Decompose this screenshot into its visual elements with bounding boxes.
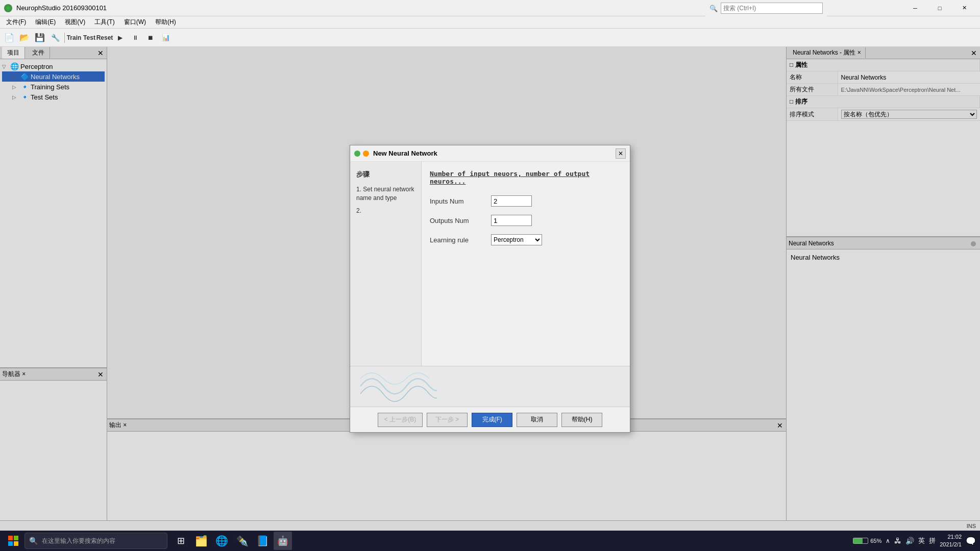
app3-icon: ✒️ xyxy=(236,535,249,547)
help-button[interactable]: 帮助(H) xyxy=(561,413,602,427)
multitask-icon: ⊞ xyxy=(177,535,185,546)
tray-network: 🖧 xyxy=(894,537,901,545)
app-icon xyxy=(4,4,12,12)
title-bar-left: NeurophStudio 201609300101 xyxy=(4,4,107,12)
battery-fill xyxy=(853,538,863,543)
battery-bar xyxy=(853,538,868,544)
steps-title: 步骤 xyxy=(356,170,415,179)
taskbar-clock[interactable]: 21:02 2021/2/1 xyxy=(940,533,962,549)
maximize-button[interactable]: □ xyxy=(928,0,951,16)
new-neural-network-dialog: New Neural Network ✕ 步骤 1. Set neural ne… xyxy=(350,145,630,433)
inputs-num-input[interactable] xyxy=(491,195,532,207)
dialog-steps-panel: 步骤 1. Set neural network name and type 2… xyxy=(350,162,422,366)
battery-pct: 65% xyxy=(870,538,881,544)
toolbar-new[interactable]: 📄 xyxy=(2,31,16,45)
menu-tools[interactable]: 工具(T) xyxy=(90,17,118,28)
toolbar-save[interactable]: 💾 xyxy=(33,31,47,45)
taskbar: 🔍 在这里输入你要搜索的内容 ⊞ 🗂️ 🌐 ✒️ 📘 🤖 65% xyxy=(0,531,980,551)
menu-file[interactable]: 文件(F) xyxy=(2,17,30,28)
win-logo-blue xyxy=(8,541,13,546)
neuroph-icon: 🤖 xyxy=(277,535,288,546)
taskbar-search-icon: 🔍 xyxy=(29,537,38,545)
step-2: 2. xyxy=(356,207,415,215)
content-title: Number of input neuors, number of output… xyxy=(430,170,622,185)
win-logo-green xyxy=(14,536,18,540)
dot-orange xyxy=(363,151,369,157)
outputs-label: Outputs Num xyxy=(430,217,491,224)
cancel-button[interactable]: 取消 xyxy=(517,413,557,427)
toolbar-btn8[interactable]: ▶ xyxy=(113,31,127,45)
minimize-button[interactable]: ─ xyxy=(903,0,927,16)
dialog-title-bar: New Neural Network ✕ xyxy=(350,145,630,162)
inputs-num-row: Inputs Num xyxy=(430,195,622,207)
back-button[interactable]: < 上一步(B) xyxy=(378,413,423,427)
next-button[interactable]: 下一步 > xyxy=(427,413,468,427)
close-button[interactable]: ✕ xyxy=(952,0,976,16)
dialog-title-text: New Neural Network xyxy=(373,149,611,157)
tray-ime: 拼 xyxy=(929,536,936,545)
taskbar-right: 65% ∧ 🖧 🔊 英 拼 21:02 2021/2/1 🗨️ xyxy=(853,533,976,549)
taskbar-app4[interactable]: 📘 xyxy=(253,532,272,550)
taskbar-app3[interactable]: ✒️ xyxy=(233,532,251,550)
title-bar: NeurophStudio 201609300101 🔍 ─ □ ✕ xyxy=(0,0,980,16)
outputs-num-row: Outputs Num xyxy=(430,215,622,226)
dialog-close-button[interactable]: ✕ xyxy=(616,148,626,159)
menu-edit[interactable]: 编辑(E) xyxy=(31,17,60,28)
dialog-content-panel: Number of input neuors, number of output… xyxy=(422,162,630,366)
search-input[interactable] xyxy=(721,3,823,14)
toolbar-btn4[interactable]: 🔧 xyxy=(48,31,62,45)
taskbar-search[interactable]: 🔍 在这里输入你要搜索的内容 xyxy=(24,533,167,549)
taskbar-search-text: 在这里输入你要搜索的内容 xyxy=(42,537,115,545)
title-bar-controls: ─ □ ✕ xyxy=(903,0,976,16)
toolbar-btn7[interactable]: Reset xyxy=(97,31,112,45)
toolbar-btn11[interactable]: 📊 xyxy=(159,31,173,45)
toolbar: 📄 📂 💾 🔧 Train Test Reset ▶ ⏸ ⏹ 📊 xyxy=(0,29,980,47)
toolbar-btn9[interactable]: ⏸ xyxy=(128,31,142,45)
start-button[interactable] xyxy=(4,532,22,550)
tray-volume[interactable]: 🔊 xyxy=(905,537,914,545)
tray-caret[interactable]: ∧ xyxy=(886,537,890,544)
wave-decoration xyxy=(360,366,437,407)
toolbar-separator-1 xyxy=(64,33,65,43)
win-logo-red xyxy=(8,536,13,540)
menu-view[interactable]: 视图(V) xyxy=(61,17,89,28)
search-icon: 🔍 xyxy=(709,5,718,12)
toolbar-open[interactable]: 📂 xyxy=(17,31,32,45)
dialog-icon xyxy=(354,151,369,157)
dialog-overlay: New Neural Network ✕ 步骤 1. Set neural ne… xyxy=(0,47,980,531)
learning-rule-row: Learning rule Perceptron Delta Backpropa… xyxy=(430,234,622,245)
battery-indicator: 65% xyxy=(853,538,881,544)
taskbar-explorer[interactable]: 🗂️ xyxy=(192,532,210,550)
step-1: 1. Set neural network name and type xyxy=(356,185,415,203)
taskbar-neuroph[interactable]: 🤖 xyxy=(274,532,292,550)
dialog-buttons: < 上一步(B) 下一步 > 完成(F) 取消 帮助(H) xyxy=(350,407,630,432)
clock-date: 2021/2/1 xyxy=(940,541,962,548)
dialog-body: 步骤 1. Set neural network name and type 2… xyxy=(350,162,630,366)
tray-lang[interactable]: 英 xyxy=(918,536,925,545)
windows-logo xyxy=(8,536,18,546)
dialog-footer-decoration xyxy=(350,366,630,407)
inputs-label: Inputs Num xyxy=(430,197,491,205)
toolbar-btn6[interactable]: Test xyxy=(82,31,96,45)
toolbar-btn10[interactable]: ⏹ xyxy=(143,31,158,45)
taskbar-edge[interactable]: 🌐 xyxy=(212,532,231,550)
notification-icon[interactable]: 🗨️ xyxy=(966,536,976,546)
app-title: NeurophStudio 201609300101 xyxy=(16,4,107,12)
taskbar-apps: ⊞ 🗂️ 🌐 ✒️ 📘 🤖 xyxy=(172,532,292,550)
finish-button[interactable]: 完成(F) xyxy=(472,413,512,427)
taskbar-multitask[interactable]: ⊞ xyxy=(172,532,190,550)
learning-rule-select[interactable]: Perceptron Delta Backpropagation xyxy=(491,234,542,245)
toolbar-train[interactable]: Train xyxy=(67,31,81,45)
menu-help[interactable]: 帮助(H) xyxy=(151,17,180,28)
clock-time: 21:02 xyxy=(940,533,962,541)
app4-icon: 📘 xyxy=(256,535,269,547)
win-logo-yellow xyxy=(14,541,18,546)
dot-green xyxy=(354,151,360,157)
menu-bar: 文件(F) 编辑(E) 视图(V) 工具(T) 窗口(W) 帮助(H) xyxy=(0,16,980,29)
outputs-num-input[interactable] xyxy=(491,215,532,226)
edge-icon: 🌐 xyxy=(215,535,228,547)
learning-label: Learning rule xyxy=(430,236,491,244)
menu-window[interactable]: 窗口(W) xyxy=(120,17,150,28)
search-container: 🔍 xyxy=(705,0,827,16)
explorer-icon: 🗂️ xyxy=(195,535,208,547)
